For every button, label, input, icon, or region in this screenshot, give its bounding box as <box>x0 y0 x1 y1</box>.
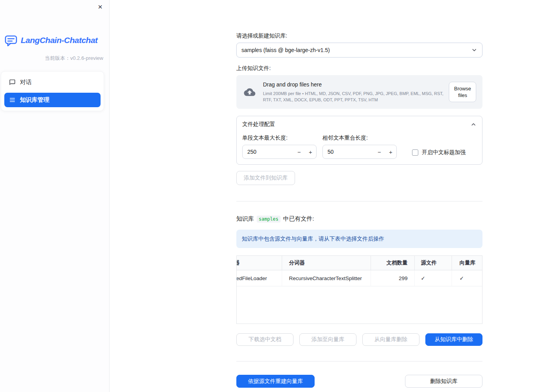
kb-actions: 依据源文件重建向量库 删除知识库 <box>236 375 482 388</box>
table-row[interactable]: redFileLoader RecursiveCharacterTextSpli… <box>237 270 482 286</box>
divider <box>236 361 482 361</box>
overlap-size-input[interactable]: 50 − + <box>322 145 397 159</box>
checkbox-unchecked-icon <box>412 149 418 156</box>
kb-name-code: samples <box>257 216 281 223</box>
chevron-up-icon <box>470 121 477 128</box>
expander-body: 单段文本最大长度: 250 − + 相邻文本重合长度: 50 − + <box>242 135 477 159</box>
chunk-size-decrement-button[interactable]: − <box>293 145 305 158</box>
chunk-size-input[interactable]: 250 − + <box>242 145 317 159</box>
download-selected-button[interactable]: 下载选中文档 <box>236 333 293 346</box>
column-header-splitter[interactable]: 分词器 <box>282 256 371 270</box>
overlap-size-label: 相邻文本重合长度: <box>322 135 397 142</box>
column-header-label: 向量库 <box>459 259 475 266</box>
cell-value: redFileLoader <box>237 275 267 281</box>
cell-splitter: RecursiveCharacterTextSplitter <box>282 270 371 286</box>
main-content: 请选择或新建知识库: samples (faiss @ bge-large-zh… <box>110 0 540 392</box>
overlap-size-value: 50 <box>323 149 374 155</box>
column-header-label: 器 <box>237 259 240 266</box>
rebuild-vector-store-button[interactable]: 依据源文件重建向量库 <box>236 375 315 388</box>
column-header-label: 分词器 <box>289 259 305 266</box>
sidebar: ✕ LangChain-Chatchat 当前版本：v0.2.6-preview… <box>0 0 110 392</box>
overlap-size-increment-button[interactable]: + <box>385 145 396 158</box>
expander-header[interactable]: 文件处理配置 <box>242 121 477 128</box>
uploader-texts: Drag and drop files here Limit 200MB per… <box>263 81 449 103</box>
sidebar-nav: 对话 知识库管理 <box>1 71 104 111</box>
cloud-upload-icon <box>243 86 257 98</box>
sidebar-item-label: 知识库管理 <box>20 96 49 104</box>
info-banner-text: 知识库中包含源文件与向量库，请从下表中选择文件后操作 <box>242 236 384 243</box>
existing-suffix: 中已有文件: <box>283 215 314 223</box>
checkmark-icon: ✓ <box>421 275 425 281</box>
kb-select[interactable]: samples (faiss @ bge-large-zh-v1.5) <box>236 43 482 58</box>
chunk-size-value: 250 <box>243 149 293 155</box>
existing-files-heading: 知识库 samples 中已有文件: <box>236 215 482 223</box>
chat-bubble-icon <box>9 79 16 86</box>
overlap-size-decrement-button[interactable]: − <box>374 145 385 158</box>
column-header-loader[interactable]: 器 <box>237 256 282 270</box>
column-header-label: 文档数量 <box>386 259 407 266</box>
divider <box>236 201 482 201</box>
chevron-down-icon <box>471 47 477 53</box>
logo-chat-bubble-icon <box>4 34 18 47</box>
uploader-limit-text: Limit 200MB per file • HTML, MD, JSON, C… <box>263 90 449 103</box>
expander-title: 文件处理配置 <box>242 121 275 128</box>
sidebar-item-dialogue[interactable]: 对话 <box>4 75 101 90</box>
files-table[interactable]: 器 分词器 文档数量 源文件 向量库 redFileLoader <box>236 255 482 324</box>
column-header-vector-store[interactable]: 向量库 <box>452 256 482 270</box>
checkmark-icon: ✓ <box>459 275 464 281</box>
file-config-expander: 文件处理配置 单段文本最大长度: 250 − + 相邻文 <box>236 116 482 165</box>
column-header-doc-count[interactable]: 文档数量 <box>371 256 415 270</box>
column-header-label: 源文件 <box>421 259 437 266</box>
sidebar-item-label: 对话 <box>20 79 32 86</box>
delete-from-vector-store-button[interactable]: 从向量库删除 <box>362 333 419 346</box>
cell-doc-count: 299 <box>371 270 415 286</box>
sidebar-item-knowledge-base[interactable]: 知识库管理 <box>4 93 101 107</box>
delete-kb-button[interactable]: 删除知识库 <box>405 375 482 388</box>
list-icon <box>9 97 16 103</box>
chunk-size-increment-button[interactable]: + <box>305 145 316 158</box>
file-drop-zone[interactable]: Drag and drop files here Limit 200MB per… <box>236 75 482 109</box>
browse-files-button[interactable]: Browse files <box>449 82 476 102</box>
zh-title-enhance-checkbox[interactable]: 开启中文标题加强 <box>412 149 466 156</box>
zh-title-enhance-label: 开启中文标题加强 <box>422 149 466 156</box>
cell-source-file-check: ✓ <box>414 270 452 286</box>
chunk-size-label: 单段文本最大长度: <box>242 135 317 142</box>
cell-loader: redFileLoader <box>237 270 282 286</box>
add-files-to-kb-button[interactable]: 添加文件到知识库 <box>236 171 295 185</box>
info-banner: 知识库中包含源文件与向量库，请从下表中选择文件后操作 <box>236 230 482 248</box>
table-header-row: 器 分词器 文档数量 源文件 向量库 <box>237 256 482 270</box>
kb-select-label: 请选择或新建知识库: <box>236 32 482 40</box>
delete-from-kb-button[interactable]: 从知识库中删除 <box>425 333 482 346</box>
version-label: 当前版本：v0.2.6-preview <box>0 55 103 62</box>
sidebar-close-button[interactable]: ✕ <box>96 3 104 11</box>
cell-value: 299 <box>399 275 408 281</box>
column-header-source-file[interactable]: 源文件 <box>414 256 452 270</box>
add-to-vector-store-button[interactable]: 添加至向量库 <box>299 333 356 346</box>
app-title: LangChain-Chatchat <box>21 36 97 45</box>
existing-prefix: 知识库 <box>236 215 254 223</box>
cell-value: RecursiveCharacterTextSplitter <box>289 275 362 281</box>
upload-label: 上传知识文件: <box>236 65 482 72</box>
file-actions: 下载选中文档 添加至向量库 从向量库删除 从知识库中删除 <box>236 333 482 346</box>
chunk-size-group: 单段文本最大长度: 250 − + <box>242 135 317 159</box>
uploader-title: Drag and drop files here <box>263 81 449 88</box>
cell-vector-store-check: ✓ <box>452 270 482 286</box>
kb-select-value: samples (faiss @ bge-large-zh-v1.5) <box>241 47 471 53</box>
logo: LangChain-Chatchat <box>4 34 105 47</box>
overlap-size-group: 相邻文本重合长度: 50 − + <box>322 135 397 159</box>
